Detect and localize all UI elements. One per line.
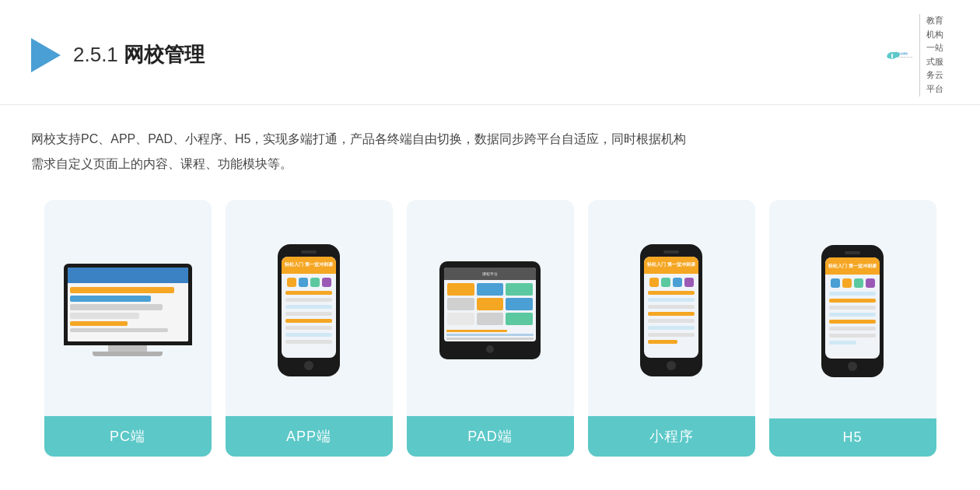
pc-screen-outer [64,264,192,345]
app-icon-1 [287,278,296,287]
mini-bar-2 [648,298,695,302]
svg-text:yunduoketang.com: yunduoketang.com [898,56,912,58]
pad-mini-lines [444,328,536,341]
pc-image-area [44,200,212,416]
app-icon-row-1 [284,276,334,289]
app-device-mockup: 轻松入门 第一堂冲刺课 [278,244,340,376]
app-screen-header-text: 轻松入门 第一堂冲刺课 [285,261,333,268]
pad-screen: 课程平台 [444,268,536,341]
h5-bar-5 [829,320,876,324]
app-screen-header: 轻松入门 第一堂冲刺课 [282,257,336,274]
mini-bar-6 [648,326,695,330]
h5-bar-3 [829,306,876,310]
header-left: 2.5.1 网校管理 [31,38,205,72]
miniprogram-card-label: 小程序 [588,416,755,457]
h5-screen-header: 轻松入门 第一堂冲刺课 [825,257,880,275]
app-bar-2 [285,298,332,302]
mini-bar-4 [648,312,695,316]
h5-card-label: H5 [769,418,936,457]
pad-image-area: 课程平台 [407,200,574,416]
app-image-area: 轻松入门 第一堂冲刺课 [226,200,393,416]
h5-screen-header-text: 轻松入门 第一堂冲刺课 [828,263,877,270]
svg-point-5 [891,54,894,57]
h5-image-area: 轻松入门 第一堂冲刺课 [769,200,936,418]
h5-bar-4 [829,313,876,317]
app-phone-outer: 轻松入门 第一堂冲刺课 [278,244,340,376]
app-bar-7 [285,333,332,337]
section-number: 2.5.1 [73,43,118,66]
miniprogram-phone-outer: 轻松入门 第一堂冲刺课 [640,244,702,376]
app-phone-screen: 轻松入门 第一堂冲刺课 [282,257,336,358]
pad-card: 课程平台 [407,200,574,457]
mini-icon-1 [649,278,659,287]
pad-screen-body [444,280,536,328]
app-bar-3 [285,305,332,309]
pad-cell-8 [477,313,504,325]
miniprogram-screen-header: 轻松入门 第一堂冲刺课 [644,257,698,274]
pc-bar-5 [70,321,128,326]
app-bar-1 [285,291,332,295]
h5-bar-8 [829,341,856,345]
pad-cell-1 [447,283,474,296]
h5-card: 轻松入门 第一堂冲刺课 [769,200,936,457]
pad-cell-4 [447,298,474,310]
mini-bar-5 [648,319,695,323]
miniprogram-phone-screen: 轻松入门 第一堂冲刺课 [644,257,698,358]
pad-line-1 [446,330,507,332]
pad-cell-7 [447,313,474,325]
h5-icon-2 [842,278,852,288]
app-bar-6 [285,326,332,330]
h5-bar-7 [829,334,876,338]
app-card-label: APP端 [226,416,393,457]
pc-screen-inner [68,268,188,341]
description-section: 网校支持PC、APP、PAD、小程序、H5，实现多端打通，产品各终端自由切换，数… [0,105,980,184]
pc-device-mockup [61,264,194,356]
miniprogram-card: 轻松入门 第一堂冲刺课 [588,200,755,457]
app-bar-8 [285,340,332,344]
pc-content-bars [68,285,188,334]
page-header: 2.5.1 网校管理 云朵课堂 yunduoketang.com 教育机构一站 … [0,0,980,105]
h5-screen-body [825,275,880,348]
mini-bar-1 [648,291,695,295]
pc-bar-1 [70,287,174,293]
h5-icon-row [828,277,877,289]
pc-stand [108,345,147,352]
app-icon-2 [299,278,308,287]
section-title: 网校管理 [124,43,205,66]
miniprogram-screen-header-text: 轻松入门 第一堂冲刺课 [647,261,695,268]
pc-card-label: PC端 [44,416,212,457]
h5-icon-4 [866,278,875,288]
pc-card: PC端 [44,200,212,457]
mini-bar-8 [648,340,677,344]
pc-bar-2 [70,296,151,302]
pc-bar-4 [70,313,139,319]
app-icon-3 [310,278,320,287]
h5-phone-screen: 轻松入门 第一堂冲刺课 [825,257,880,359]
platform-cards: PC端 轻松入门 第一堂冲刺课 [0,184,980,472]
pc-screen-content [68,268,188,341]
mini-bar-3 [648,305,695,309]
mini-icon-4 [684,278,694,287]
app-card: 轻松入门 第一堂冲刺课 [226,200,393,457]
h5-icon-3 [854,278,863,288]
pc-bar-3 [70,304,163,310]
logo-tagline-line1: 教育机构一站 [926,14,949,55]
miniprogram-icon-row [646,276,696,289]
h5-bar-1 [829,292,876,296]
pc-bar-6 [70,328,169,332]
app-screen-body [282,274,336,347]
svg-rect-6 [891,56,893,58]
pad-cell-9 [506,313,533,325]
pad-screen-header-text: 课程平台 [482,271,498,276]
logo-triangle-icon [31,38,61,72]
pad-cell-3 [506,283,533,296]
pc-base [93,352,163,356]
miniprogram-device-mockup: 轻松入门 第一堂冲刺课 [640,244,702,376]
svg-text:云朵课堂: 云朵课堂 [898,52,908,55]
pad-cell-6 [506,298,533,310]
h5-bar-2 [829,299,876,303]
app-bar-4 [285,312,332,316]
h5-device-mockup: 轻松入门 第一堂冲刺课 [821,245,884,377]
description-line2: 需求自定义页面上的内容、课程、功能模块等。 [31,152,949,177]
h5-phone-outer: 轻松入门 第一堂冲刺课 [821,245,884,377]
